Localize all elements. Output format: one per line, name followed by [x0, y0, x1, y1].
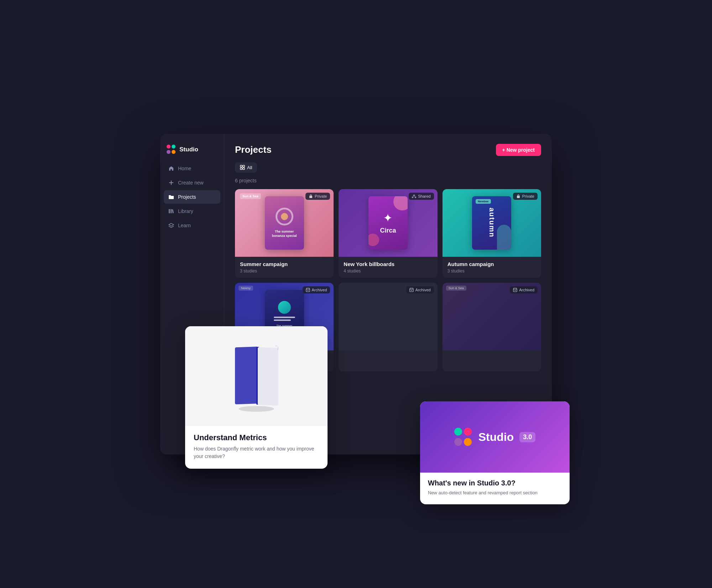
project-studies-newyork: 4 studies [344, 269, 432, 274]
sidebar-item-learn[interactable]: Learn [164, 219, 220, 232]
logo-dot-4 [172, 150, 176, 154]
svg-rect-2 [169, 209, 170, 213]
project-badge-newyork: Shared [409, 193, 434, 200]
newyork-inner: ✦ Circa [368, 196, 408, 250]
project-badge-product: Archived [303, 286, 330, 293]
project-badge-autumn: Private [513, 193, 538, 200]
svg-rect-7 [240, 168, 242, 170]
svg-point-12 [415, 197, 416, 198]
logo-dot-1 [167, 145, 171, 149]
project-name-summer: Summer campaign [240, 261, 329, 267]
archive-icon-2 [409, 288, 414, 292]
studio-logo-dots [454, 428, 473, 446]
archive-icon-3 [513, 288, 517, 292]
project-info-newyork: New York billboards 4 studies [339, 257, 437, 278]
project-badge-placeholder2: Archived [406, 286, 434, 293]
badge-summer-label: Private [315, 194, 327, 198]
svg-rect-3 [171, 209, 172, 213]
summer-inner: The summerbonanza special [265, 196, 304, 250]
project-info-autumn: Autumn campaign 3 studies [443, 257, 541, 278]
new-project-button[interactable]: + New project [496, 144, 541, 156]
svg-point-23 [239, 406, 274, 412]
sidebar-item-learn-label: Learn [178, 223, 191, 228]
filter-all-label: All [247, 165, 252, 170]
project-card-placeholder2[interactable]: Archived [339, 283, 437, 371]
project-name-newyork: New York billboards [344, 261, 432, 267]
product-brand: Newsy [239, 286, 253, 291]
project-thumbnail-autumn: Newbee autumn Private [443, 189, 541, 257]
sidebar-item-create[interactable]: Create new [164, 176, 220, 189]
badge-product-label: Archived [312, 288, 327, 292]
outer-wrapper: Studio Home [107, 98, 605, 490]
project-name-autumn: Autumn campaign [447, 261, 536, 267]
sidebar-item-library[interactable]: Library [164, 204, 220, 218]
studio-card-header: Studio 3.0 [420, 401, 570, 473]
sidebar-item-home-label: Home [178, 166, 191, 171]
studio-dot-4 [464, 438, 472, 446]
studio-card-description: New auto-detect feature and revamped rep… [428, 489, 562, 496]
archive-icon [306, 288, 310, 292]
sidebar-item-home[interactable]: Home [164, 162, 220, 175]
placeholder3-brand: Sun & Sea [446, 286, 466, 291]
svg-rect-22 [258, 347, 278, 405]
studio-dot-1 [454, 428, 462, 436]
learn-icon [168, 222, 174, 229]
svg-point-11 [412, 197, 413, 198]
sidebar-item-library-label: Library [178, 208, 193, 214]
sidebar-item-projects-label: Projects [178, 194, 196, 200]
summer-circle [276, 208, 293, 225]
filter-all-button[interactable]: All [235, 162, 257, 173]
studio-card: Studio 3.0 What's new in Studio 3.0? New… [420, 401, 570, 504]
projects-count: 6 projects [235, 178, 541, 183]
project-info-placeholder2 [339, 350, 437, 360]
learn-card-body: Understand Metrics How does Dragonfly me… [185, 426, 328, 469]
svg-rect-9 [309, 196, 312, 198]
autumn-text-vert: autumn [488, 208, 496, 238]
project-studies-summer: 3 studies [240, 269, 329, 274]
project-studies-autumn: 3 studies [447, 269, 536, 274]
badge-newyork-label: Shared [418, 194, 430, 198]
summer-text: The summerbonanza special [272, 230, 297, 238]
badge-autumn-label: Private [522, 194, 534, 198]
folder-icon [168, 194, 174, 200]
learn-card-illustration [185, 326, 328, 426]
studio-dot-3 [454, 438, 462, 446]
badge-placeholder2-label: Archived [415, 288, 431, 292]
book-illustration [228, 340, 285, 412]
project-badge-placeholder3: Archived [510, 286, 538, 293]
project-info-summer: Summer campaign 3 studies [235, 257, 334, 278]
learn-card-title: Understand Metrics [194, 433, 319, 442]
circa-star: ✦ [383, 211, 393, 225]
filter-bar: All [235, 162, 541, 173]
sidebar-item-create-label: Create new [178, 180, 204, 186]
sidebar-item-projects[interactable]: Projects [164, 190, 220, 204]
project-thumbnail-placeholder2: Archived [339, 283, 437, 350]
autumn-figure [497, 225, 511, 250]
studio-card-name: Studio [478, 431, 514, 444]
project-card-newyork[interactable]: ✦ Circa Shared New [339, 189, 437, 278]
sidebar-nav: Home Create new [160, 162, 224, 232]
logo-icon [167, 145, 177, 155]
lock-icon [309, 194, 313, 198]
circa-shape2 [368, 234, 379, 246]
circa-text: Circa [380, 227, 396, 234]
project-card-autumn[interactable]: Newbee autumn Private [443, 189, 541, 278]
studio-card-body: What's new in Studio 3.0? New auto-detec… [420, 473, 570, 504]
project-card-placeholder3[interactable]: Sun & Sea Archived [443, 283, 541, 371]
logo-title: Studio [179, 146, 198, 153]
product-lines [274, 317, 295, 321]
svg-rect-8 [243, 168, 245, 170]
page-title: Projects [235, 144, 272, 155]
project-thumbnail-newyork: ✦ Circa Shared [339, 189, 437, 257]
badge-placeholder3-label: Archived [519, 288, 534, 292]
library-icon [168, 208, 174, 214]
studio-version-badge: 3.0 [519, 432, 535, 442]
circa-shape1 [393, 196, 408, 210]
svg-rect-20 [235, 347, 258, 404]
learn-card-description: How does Dragonfly metric work and how y… [194, 445, 319, 460]
product-circle [278, 301, 291, 314]
sidebar-logo: Studio [160, 141, 224, 162]
svg-rect-4 [172, 209, 174, 213]
summer-brand: Sun & Sea [240, 193, 261, 199]
project-card-summer[interactable]: Sun & Sea The summerbonanza special Priv… [235, 189, 334, 278]
